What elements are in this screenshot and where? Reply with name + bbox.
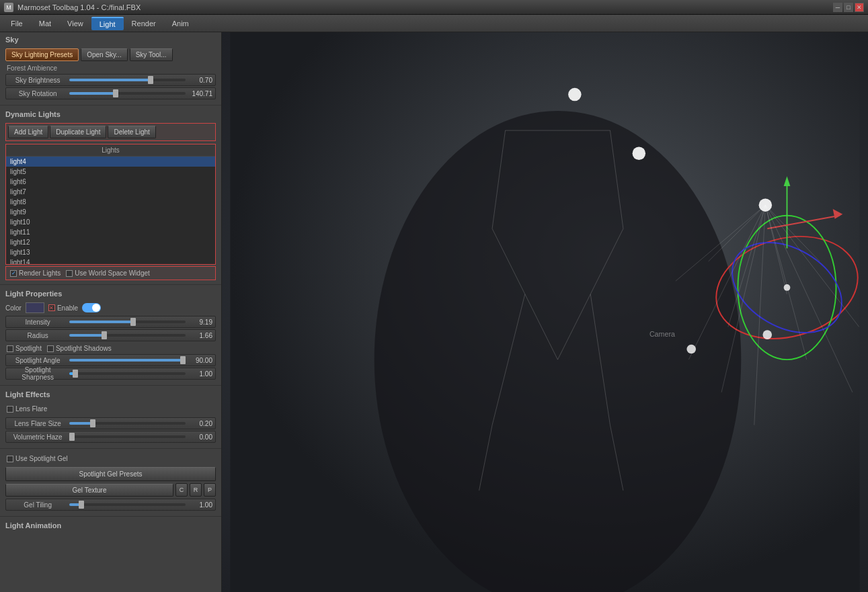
light-item[interactable]: light9 [6, 207, 215, 217]
gel-texture-row: Gel Texture C R P [5, 483, 216, 497]
spotlight-sharpness-track[interactable] [69, 372, 186, 375]
render-lights-checkbox[interactable] [10, 270, 17, 277]
intensity-thumb[interactable] [130, 318, 136, 326]
light-item[interactable]: light14 [6, 257, 215, 264]
lens-flare-size-thumb[interactable] [90, 419, 95, 427]
menu-mat[interactable]: Mat [31, 17, 59, 30]
gel-tiling-thumb[interactable] [79, 501, 84, 509]
sky-brightness-thumb[interactable] [148, 76, 153, 84]
volumetric-haze-track[interactable] [69, 435, 186, 438]
spotlight-row: Spotlight Spotlight Shadows [5, 343, 216, 354]
viewport[interactable]: - Cameras Default + ⚙ Recenter (F) [222, 32, 868, 592]
gel-texture-button[interactable]: Gel Texture [5, 484, 173, 497]
sky-rotation-slider-row[interactable]: Sky Rotation 140.71 [5, 87, 216, 99]
dynamic-lights-header: Dynamic Lights [0, 107, 221, 120]
menu-render[interactable]: Render [124, 17, 164, 30]
light-item[interactable]: light6 [6, 177, 215, 187]
spotlight-sharpness-slider-row[interactable]: Spotlight Sharpness 1.00 [5, 368, 216, 380]
lights-list[interactable]: light4light5light6light7light8light9ligh… [6, 157, 215, 264]
volumetric-haze-thumb[interactable] [69, 433, 75, 441]
radius-thumb[interactable] [102, 331, 107, 339]
sky-brightness-slider-row[interactable]: Sky Brightness 0.70 [5, 74, 216, 86]
svg-text:Camera: Camera [649, 330, 675, 338]
spotlight-angle-fill [69, 359, 186, 362]
svg-point-5 [784, 284, 791, 291]
lens-flare-checkbox-label[interactable]: Lens Flare [7, 405, 47, 413]
light-properties-header: Light Properties [0, 286, 221, 300]
light-item[interactable]: light4 [6, 157, 215, 167]
lens-flare-size-slider-row[interactable]: Lens Flare Size 0.20 [5, 417, 216, 429]
radius-value: 1.66 [188, 332, 215, 339]
lens-flare-checkbox[interactable] [7, 406, 13, 413]
world-space-label: Use World Space Widget [75, 269, 150, 277]
light-item[interactable]: light7 [6, 187, 215, 197]
title-bar: M Marmoset Toolbag 1.04 - C:/final.FBX ─… [0, 0, 868, 15]
spotlight-shadows-checkbox[interactable] [47, 345, 54, 352]
spotlight-checkbox[interactable] [7, 345, 13, 352]
gel-tiling-track[interactable] [69, 503, 186, 506]
color-swatch[interactable] [26, 302, 44, 313]
light-item[interactable]: light10 [6, 217, 215, 227]
world-space-checkbox-label[interactable]: Use World Space Widget [66, 269, 150, 277]
lens-flare-size-track[interactable] [69, 422, 186, 425]
light-item[interactable]: light11 [6, 227, 215, 237]
minimize-button[interactable]: ─ [833, 3, 842, 12]
render-lights-checkbox-label[interactable]: Render Lights [10, 269, 61, 277]
sky-rotation-track[interactable] [69, 92, 186, 95]
spotlight-shadows-checkbox-label[interactable]: Spotlight Shadows [47, 345, 112, 352]
sky-rotation-thumb[interactable] [113, 89, 118, 97]
svg-point-10 [568, 88, 581, 101]
use-spotlight-gel-checkbox[interactable] [7, 456, 13, 462]
radius-slider-row[interactable]: Radius 1.66 [5, 329, 216, 341]
enable-checkbox-row[interactable]: ✕ Enable [48, 304, 78, 312]
spotlight-sharpness-thumb[interactable] [73, 370, 78, 378]
light-item[interactable]: light12 [6, 237, 215, 247]
intensity-value: 9.19 [188, 319, 215, 326]
light-item[interactable]: light5 [6, 167, 215, 177]
svg-point-2 [705, 222, 868, 354]
enable-x-icon[interactable]: ✕ [48, 304, 55, 311]
spotlight-checkbox-label[interactable]: Spotlight [7, 345, 42, 352]
lens-flare-size-value: 0.20 [188, 420, 215, 427]
volumetric-haze-label: Volumetric Haze [6, 433, 67, 441]
light-item[interactable]: light8 [6, 197, 215, 207]
spotlight-angle-thumb[interactable] [180, 356, 186, 364]
menu-view[interactable]: View [59, 17, 91, 30]
light-item[interactable]: light13 [6, 247, 215, 257]
use-spotlight-gel-label: Use Spotlight Gel [15, 455, 68, 462]
dynamic-lights-buttons: Add Light Duplicate Light Delete Light [5, 123, 216, 141]
gel-tiling-slider-row[interactable]: Gel Tiling 1.00 [5, 499, 216, 511]
menu-light[interactable]: Light [91, 17, 124, 30]
enable-toggle[interactable] [82, 303, 101, 312]
sky-section-header: Sky [0, 32, 221, 46]
main-content: Sky Sky Lighting Presets Open Sky... Sky… [0, 32, 868, 592]
intensity-track[interactable] [69, 321, 186, 323]
open-sky-button[interactable]: Open Sky... [81, 48, 128, 61]
intensity-slider-row[interactable]: Intensity 9.19 [5, 316, 216, 328]
gel-p-button[interactable]: P [204, 483, 216, 497]
menu-file[interactable]: File [3, 17, 31, 30]
delete-light-button[interactable]: Delete Light [108, 126, 155, 138]
sky-preset-label: Forest Ambience [5, 64, 216, 74]
spotlight-angle-track[interactable] [69, 359, 186, 362]
spotlight-gel-presets-button[interactable]: Spotlight Gel Presets [5, 467, 216, 481]
sky-tool-button[interactable]: Sky Tool... [130, 48, 173, 61]
menu-bar: File Mat View Light Render Anim [0, 15, 868, 32]
sky-lighting-presets-button[interactable]: Sky Lighting Presets [5, 48, 79, 61]
gel-r-button[interactable]: R [190, 483, 202, 497]
sky-brightness-track[interactable] [69, 79, 186, 81]
left-panel: Sky Sky Lighting Presets Open Sky... Sky… [0, 32, 222, 592]
spotlight-angle-slider-row[interactable]: Spotlight Angle 90.00 [5, 354, 216, 366]
duplicate-light-button[interactable]: Duplicate Light [50, 126, 106, 138]
color-enable-row: Color ✕ Enable [5, 302, 216, 313]
maximize-button[interactable]: □ [844, 3, 853, 12]
gel-c-button[interactable]: C [175, 483, 188, 497]
radius-track[interactable] [69, 334, 186, 337]
add-light-button[interactable]: Add Light [8, 126, 48, 138]
close-button[interactable]: ✕ [855, 3, 864, 12]
lights-list-header: Lights [6, 144, 215, 157]
world-space-checkbox[interactable] [66, 270, 73, 277]
use-spotlight-gel-checkbox-label[interactable]: Use Spotlight Gel [7, 455, 68, 462]
volumetric-haze-slider-row[interactable]: Volumetric Haze 0.00 [5, 431, 216, 443]
menu-anim[interactable]: Anim [164, 17, 197, 30]
